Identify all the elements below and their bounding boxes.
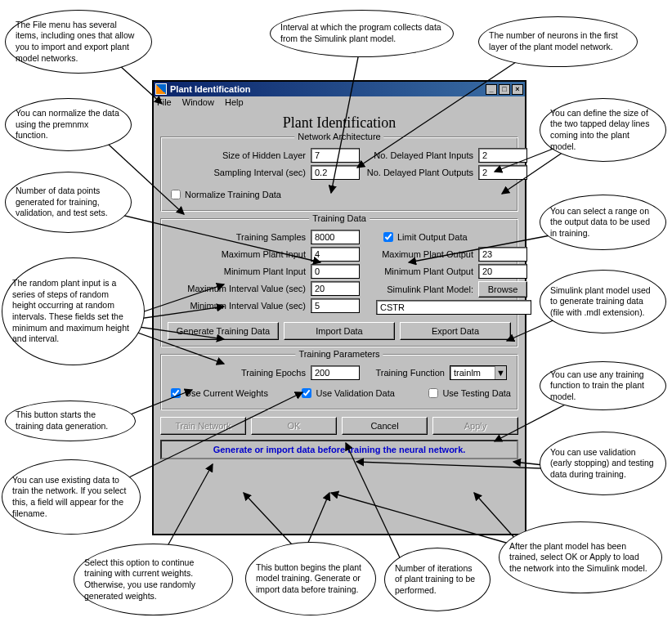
app-icon xyxy=(155,83,167,95)
max-plant-output[interactable] xyxy=(478,247,527,262)
maximize-button[interactable]: □ xyxy=(499,84,510,95)
use-testing-label: Use Testing Data xyxy=(442,388,511,398)
menubar: File Window Help xyxy=(154,96,525,108)
ok-button[interactable]: OK xyxy=(251,417,337,435)
use-testing-checkbox[interactable] xyxy=(428,388,438,398)
use-validation-checkbox[interactable] xyxy=(302,388,311,398)
label-minout: Minimum Plant Output xyxy=(360,266,478,276)
group-training-data: Training Data Training Samples Maximum P… xyxy=(160,218,518,347)
callout-iters: Number of iterations of plant training t… xyxy=(384,548,491,611)
import-data-button[interactable]: Import Data xyxy=(284,322,395,340)
min-plant-output[interactable] xyxy=(478,264,527,279)
callout-existing: You can use existing data to train the n… xyxy=(2,459,141,535)
label-delayed-out: No. Delayed Plant Outputs xyxy=(360,168,478,177)
callout-file-menu: The File menu has several items, includi… xyxy=(5,10,152,74)
minimize-button[interactable]: _ xyxy=(486,84,497,95)
legend-tparam: Training Parameters xyxy=(295,349,383,359)
normalize-checkbox[interactable] xyxy=(171,190,181,199)
apply-button[interactable]: Apply xyxy=(432,417,518,435)
use-validation-label: Use Validation Data xyxy=(316,388,394,398)
callout-numpoints: Number of data points generated for trai… xyxy=(5,172,132,233)
training-epochs-input[interactable] xyxy=(311,365,360,380)
label-delayed-in: No. Delayed Plant Inputs xyxy=(360,150,478,160)
menu-file[interactable]: File xyxy=(157,97,172,107)
legend-arch: Network Architecture xyxy=(294,132,383,141)
training-function-select[interactable]: trainlm ▼ xyxy=(450,365,507,380)
plant-identification-window: Plant Identification _ □ × File Window H… xyxy=(152,80,526,535)
legend-tdata: Training Data xyxy=(309,213,370,223)
cancel-button[interactable]: Cancel xyxy=(342,417,428,435)
callout-trainbtn: This button begins the plant model train… xyxy=(245,542,376,615)
training-function-value: trainlm xyxy=(450,368,495,378)
label-sampling: Sampling Interval (sec) xyxy=(168,168,311,177)
min-plant-input[interactable] xyxy=(311,264,360,279)
label-maxout: Maximum Plant Output xyxy=(360,249,478,259)
max-plant-input[interactable] xyxy=(311,247,360,262)
callout-simmdl: Simulink plant model used to generate tr… xyxy=(540,270,666,333)
menu-help[interactable]: Help xyxy=(225,97,244,107)
status-message: Generate or import data before training … xyxy=(160,440,518,459)
callout-curw: Select this option to continue training … xyxy=(74,544,233,615)
generate-training-data-button[interactable]: Generate Training Data xyxy=(168,322,279,340)
callout-gendata: This button starts the training data gen… xyxy=(5,400,136,441)
callout-sampling: Interval at which the program collects d… xyxy=(270,10,454,57)
callout-anytrain: You can use any training function to tra… xyxy=(540,361,666,410)
label-model: Simulink Plant Model: xyxy=(360,284,478,294)
titlebar[interactable]: Plant Identification _ □ × xyxy=(154,82,525,96)
use-current-weights-label: Use Current Weights xyxy=(185,388,268,398)
label-hidden: Size of Hidden Layer xyxy=(168,150,311,160)
browse-button[interactable]: Browse xyxy=(478,281,527,298)
menu-window[interactable]: Window xyxy=(182,97,214,107)
max-interval-input[interactable] xyxy=(311,281,360,296)
label-minin: Minimum Plant Input xyxy=(168,266,311,276)
use-current-weights-checkbox[interactable] xyxy=(171,388,181,398)
callout-delays: You can define the size of the two tappe… xyxy=(540,98,666,162)
callout-valtest: You can use validation (early stopping) … xyxy=(540,432,666,495)
window-title: Plant Identification xyxy=(170,84,250,94)
min-interval-input[interactable] xyxy=(311,298,360,313)
normalize-label: Normalize Training Data xyxy=(185,190,281,199)
callout-neurons: The number of neurons in the first layer… xyxy=(478,16,638,67)
label-epochs: Training Epochs xyxy=(168,368,311,378)
callout-limit: You can select a range on the output dat… xyxy=(540,195,666,250)
label-trainfn: Training Function xyxy=(360,368,450,378)
callout-random: The random plant input is a series of st… xyxy=(2,257,145,365)
sampling-interval-input[interactable] xyxy=(311,165,360,180)
delayed-outputs-input[interactable] xyxy=(478,165,527,180)
training-samples-input[interactable] xyxy=(311,230,360,244)
group-training-parameters: Training Parameters Training Epochs Trai… xyxy=(160,354,518,410)
model-file-input[interactable] xyxy=(376,300,531,315)
callout-normalize: You can normalize the data using the pre… xyxy=(5,98,132,151)
limit-output-checkbox[interactable] xyxy=(383,232,393,242)
group-network-architecture: Network Architecture Size of Hidden Laye… xyxy=(160,136,518,212)
label-minint: Minimum Interval Value (sec) xyxy=(168,301,311,311)
label-maxint: Maximum Interval Value (sec) xyxy=(168,284,311,293)
train-network-button[interactable]: Train Network xyxy=(160,417,246,435)
close-button[interactable]: × xyxy=(512,84,523,95)
callout-okapply: After the plant model has been trained, … xyxy=(499,521,662,593)
hidden-layer-input[interactable] xyxy=(311,148,360,163)
label-maxin: Maximum Plant Input xyxy=(168,249,311,259)
chevron-down-icon[interactable]: ▼ xyxy=(495,366,506,379)
delayed-inputs-input[interactable] xyxy=(478,148,527,163)
limit-output-label: Limit Output Data xyxy=(397,232,468,242)
export-data-button[interactable]: Export Data xyxy=(400,322,511,340)
label-samples: Training Samples xyxy=(168,232,311,242)
